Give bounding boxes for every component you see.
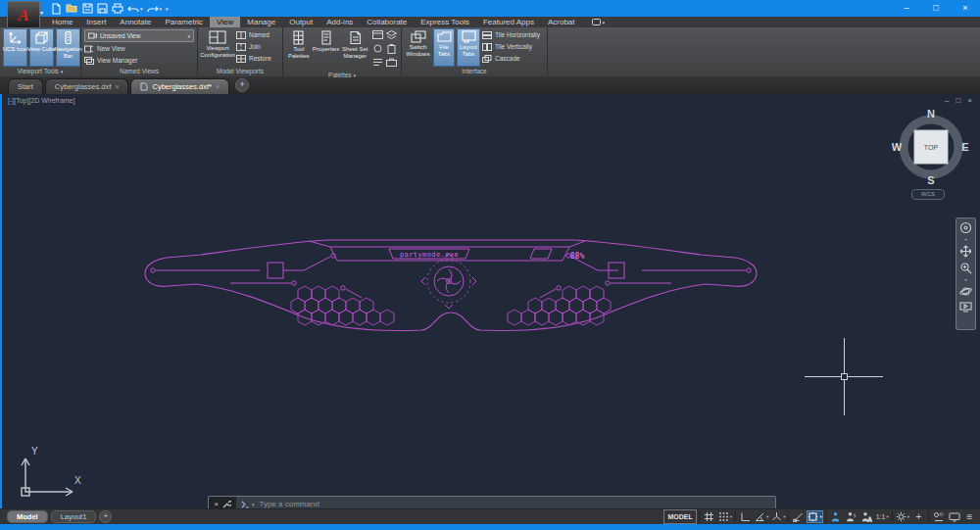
tab-annotate[interactable]: Annotate [113, 17, 158, 27]
tab-acrobat[interactable]: Acrobat [541, 17, 582, 27]
new-tab-button[interactable]: + [235, 78, 249, 92]
viewport-configuration-button[interactable]: Viewport Configuration [201, 28, 234, 67]
close-tab-icon[interactable]: × [216, 83, 220, 90]
isometric-drafting-button[interactable]: ▾ [770, 510, 786, 523]
new-view-button[interactable]: New View [84, 43, 194, 54]
pan-icon[interactable] [959, 245, 972, 258]
materials-palette-button[interactable] [371, 44, 384, 57]
object-snap-button[interactable]: ▾ [807, 510, 822, 523]
cascade-button[interactable]: Cascade [482, 53, 540, 64]
scale-caret-icon[interactable]: ▾ [886, 514, 888, 519]
tool-palettes-button[interactable]: Tool Palettes [286, 28, 312, 71]
file-tab-start[interactable]: Start [8, 78, 43, 94]
layers-palette-button[interactable] [385, 30, 398, 43]
tab-parametric[interactable]: Parametric [158, 17, 210, 27]
maximize-button[interactable]: □ [921, 0, 951, 17]
showmotion-icon[interactable] [959, 302, 972, 313]
plot-button[interactable] [112, 3, 123, 14]
tab-insert[interactable]: Insert [79, 17, 113, 27]
tab-add-ins[interactable]: Add-ins [319, 17, 360, 27]
tab-home[interactable]: Home [45, 17, 79, 27]
clipboard-palette-button[interactable] [385, 44, 398, 57]
command-close-icon[interactable]: × [214, 500, 219, 508]
annotation-scale-value-button[interactable]: 1:1▾ [875, 510, 890, 523]
panel-label-palettes[interactable]: Palettes ▾ [283, 71, 401, 80]
model-space-button[interactable]: MODEL [663, 509, 696, 524]
view-cube-south[interactable]: S [927, 174, 934, 186]
ribbon-display-button[interactable]: ▾ [592, 17, 606, 27]
view-cube-west[interactable]: W [892, 141, 903, 153]
view-cube[interactable]: TOP N S W E [892, 108, 970, 186]
command-line[interactable]: × ▾ Type a command [208, 496, 776, 508]
open-file-button[interactable] [66, 3, 78, 14]
navigation-bar-toggle-button[interactable]: Navigation Bar [56, 28, 80, 67]
polar-tracking-button[interactable]: ▾ [754, 510, 769, 523]
object-snap-tracking-button[interactable] [791, 510, 806, 523]
view-manager-button[interactable]: View Manager [84, 55, 194, 66]
tab-view[interactable]: View [210, 17, 240, 27]
wcs-dropdown[interactable]: WCS [911, 189, 945, 200]
file-tab-cyberglasses-active[interactable]: Cyberglasses.dxf*× [130, 78, 229, 94]
tab-manage[interactable]: Manage [240, 17, 282, 27]
named-viewports-button[interactable]: Named [236, 29, 271, 40]
drawing-minimize-icon[interactable]: – [945, 96, 949, 106]
new-file-button[interactable] [51, 3, 62, 15]
tab-express-tools[interactable]: Express Tools [414, 17, 476, 27]
view-cube-face-label[interactable]: TOP [924, 144, 939, 151]
command-wrench-icon[interactable] [222, 500, 231, 508]
new-layout-button[interactable]: + [99, 510, 112, 523]
grid-display-button[interactable] [702, 510, 716, 523]
close-button[interactable]: × [951, 0, 980, 17]
list-palette-button[interactable] [371, 58, 384, 71]
drawing-close-icon[interactable]: × [967, 96, 972, 106]
workspace-switching-button[interactable]: ▾ [895, 510, 910, 523]
view-cube-east[interactable]: E [961, 141, 968, 153]
workspace-caret-icon[interactable]: ▾ [907, 514, 909, 519]
snap-mode-button[interactable]: ▾ [717, 510, 733, 523]
autocad-logo-button[interactable]: A [7, 1, 40, 28]
ucs-icon-toggle-button[interactable]: UCS Icon [3, 28, 27, 67]
tab-collaborate[interactable]: Collaborate [360, 17, 414, 27]
file-tab-cyberglasses[interactable]: Cyberglasses.dxf× [45, 78, 129, 94]
layout1-tab[interactable]: Layout1 [51, 510, 97, 523]
visual-styles-palette-button[interactable] [371, 30, 384, 43]
layout-tabs-toggle-button[interactable]: Layout Tabs [457, 28, 480, 67]
annotation-autoscale-button[interactable] [844, 510, 858, 523]
panel-label-viewport-tools[interactable]: Viewport Tools ▾ [0, 67, 80, 76]
redo-caret-icon[interactable]: ▾ [160, 6, 163, 12]
undo-caret-icon[interactable]: ▾ [140, 6, 143, 12]
join-viewports-button[interactable]: Join [236, 41, 271, 52]
viewport-controls-label[interactable]: [-][Top][2D Wireframe] [8, 97, 74, 104]
file-tabs-toggle-button[interactable]: File Tabs [433, 28, 455, 67]
graphics-performance-button[interactable] [947, 510, 961, 523]
annotation-visibility-button[interactable] [828, 510, 843, 523]
annotation-scale-button[interactable]: A [859, 510, 874, 523]
restore-viewports-button[interactable]: Restore [236, 53, 271, 64]
command-prompt-icon-group[interactable]: ▾ [236, 501, 255, 508]
ortho-mode-button[interactable] [738, 510, 753, 523]
drawing-canvas[interactable]: [-][Top][2D Wireframe] – □ × TOP N S W E… [0, 94, 980, 508]
qat-customize-button[interactable]: ▾ [166, 6, 169, 12]
logo-caret-icon[interactable]: ▾ [40, 9, 43, 16]
switch-windows-button[interactable]: Switch Windows [405, 28, 431, 67]
zoom-icon[interactable] [959, 262, 972, 274]
tab-output[interactable]: Output [282, 17, 319, 27]
isolate-objects-button[interactable] [931, 510, 946, 523]
navigation-bar[interactable]: ▾ ▾ [956, 217, 976, 330]
sheet-set-manager-button[interactable]: Sheet Set Manager [341, 28, 369, 71]
customization-button[interactable]: ≡ [962, 510, 977, 523]
command-input[interactable]: Type a command [255, 500, 319, 508]
tile-vertically-button[interactable]: Tile Vertically [482, 41, 540, 52]
isodraft-caret-icon[interactable]: ▾ [783, 514, 785, 519]
view-cube-north[interactable]: N [927, 108, 935, 120]
drawing-restore-icon[interactable]: □ [956, 96, 960, 106]
view-cube-toggle-button[interactable]: View Cube [29, 28, 54, 67]
snap-caret-icon[interactable]: ▾ [730, 514, 732, 519]
properties-button[interactable]: Properties [314, 28, 339, 71]
view-dropdown[interactable]: Unsaved View▾ [84, 29, 194, 42]
tile-horizontally-button[interactable]: Tile Horizontally [482, 29, 540, 40]
case-palette-button[interactable] [385, 58, 398, 71]
redo-button[interactable]: ▾ [147, 4, 163, 14]
undo-button[interactable]: ▾ [127, 4, 143, 14]
orbit-icon[interactable] [959, 285, 972, 298]
